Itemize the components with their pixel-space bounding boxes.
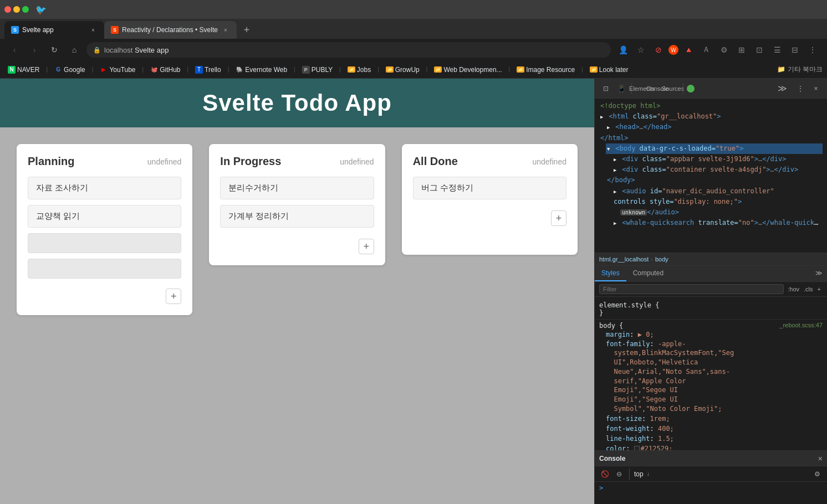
tree-appbar-div[interactable]: ▶ <div class="appbar svelte-3j91d6">…</d… <box>612 154 823 164</box>
tab-styles[interactable]: Styles <box>595 266 626 281</box>
more-icon[interactable]: ⋮ <box>805 42 820 58</box>
tab-close-2[interactable]: × <box>221 25 230 34</box>
forward-button[interactable]: › <box>27 42 42 58</box>
tree-body[interactable]: ▼ <body data-gr-c-s-loaded="true"> <box>606 143 823 154</box>
tab-close-1[interactable]: × <box>89 25 98 34</box>
devtools-close-button[interactable]: × <box>809 82 823 95</box>
alldone-add-button[interactable]: + <box>551 210 566 226</box>
tab-favicon-2: S <box>111 26 119 34</box>
inprogress-add-button[interactable]: + <box>359 239 374 254</box>
whatfont-icon[interactable]: Ａ <box>698 42 714 58</box>
tree-html-close[interactable]: </html> <box>599 133 823 143</box>
console-prompt-symbol: > <box>599 484 603 492</box>
tree-body-close[interactable]: </body> <box>606 175 823 186</box>
extensions-icon[interactable]: 🔺 <box>681 42 696 58</box>
google-favicon: G <box>54 66 62 74</box>
tree-audio[interactable]: ▶ <audio id="naver_dic_audio_controller" <box>612 186 823 197</box>
bookmark-naver[interactable]: N NAVER <box>4 65 43 75</box>
tree-head[interactable]: ▶ <head>…</head> <box>606 122 823 132</box>
tree-container-div[interactable]: ▶ <div class="container svelte-a4sgdj">…… <box>612 164 823 175</box>
tree-html-class-attr: class= <box>633 112 657 120</box>
bookmark-webdev[interactable]: 📁 Web Developmen... <box>431 65 505 75</box>
console-close-button[interactable]: × <box>818 454 823 463</box>
profile-icon[interactable]: 👤 <box>615 42 631 58</box>
new-tab-button[interactable]: + <box>239 22 254 38</box>
image-label: Image Resource <box>526 66 575 74</box>
console-prompt[interactable]: > <box>599 484 823 492</box>
sep-11: | <box>581 66 583 73</box>
bookmark-looklater[interactable]: 📁 Look later <box>586 65 632 75</box>
bookmark-publy[interactable]: P PUBLY <box>299 65 336 75</box>
tab-reactivity[interactable]: S Reactivity / Declarations • Svelte × <box>104 21 237 39</box>
bookmark-growup[interactable]: 📁 GrowUp <box>382 65 423 75</box>
task-placeholder <box>28 233 181 253</box>
tree-unknown[interactable]: unknown</audio> <box>619 207 823 218</box>
hov-filter-button[interactable]: :hov <box>786 285 801 293</box>
other-bookmarks[interactable]: 📁 기타 북마크 <box>777 65 823 74</box>
tree-audio-cont[interactable]: controls style="display: none;"> <box>612 197 823 207</box>
tree-doctype[interactable]: <!doctype html> <box>599 101 823 111</box>
cast-icon[interactable]: ⊡ <box>752 42 767 58</box>
home-button[interactable]: ⌂ <box>67 42 82 58</box>
evernote-label: Evernote Web <box>245 66 287 74</box>
main-area: Svelte Todo App Planning undefined 자료 조사… <box>0 79 827 504</box>
split-icon[interactable]: ⊟ <box>787 42 803 58</box>
console-settings-button[interactable]: ⚙ <box>811 469 823 480</box>
bookmark-evernote[interactable]: 🐘 Evernote Web <box>232 65 290 75</box>
settings-icon[interactable]: ⚙ <box>716 42 732 58</box>
breadcrumb-body[interactable]: body <box>655 256 668 263</box>
whale-icon[interactable]: W <box>668 45 678 55</box>
console-context-label: top <box>634 470 644 478</box>
breadcrumb-html[interactable]: html.gr__localhost <box>599 256 649 263</box>
webdev-label: Web Developmen... <box>443 66 502 74</box>
bookmark-trello[interactable]: T Trello <box>192 65 224 75</box>
alldone-header: All Done undefined <box>413 155 566 168</box>
tab-title-2: Reactivity / Declarations • Svelte <box>122 26 218 34</box>
filter-input[interactable] <box>599 284 784 294</box>
bookmark-youtube[interactable]: ▶ YouTube <box>96 65 139 75</box>
device-toggle-button[interactable]: 📱 <box>615 82 628 95</box>
youtube-favicon: ▶ <box>100 66 108 74</box>
star-icon[interactable]: ☆ <box>633 42 649 58</box>
address-bar[interactable]: 🔒 localhost Svelte app <box>86 42 611 58</box>
tree-doctype-text: <!doctype html> <box>600 102 660 110</box>
adblocker-icon[interactable]: ⊘ <box>651 42 666 58</box>
bookmark-github[interactable]: 🐙 GitHub <box>147 65 183 75</box>
address-text: localhost Svelte app <box>104 46 604 54</box>
cls-filter-button[interactable]: .cls <box>802 285 815 293</box>
console-title: Console <box>599 455 814 462</box>
browser-logo-icon: 🐦 <box>35 4 47 15</box>
console-clear-button[interactable]: 🚫 <box>599 469 610 480</box>
back-button[interactable]: ‹ <box>7 42 22 58</box>
css-rule-body: body { _reboot.scss:47 margin: ▶ 0; font… <box>595 320 827 451</box>
minimize-button[interactable] <box>13 6 20 13</box>
maximize-button[interactable] <box>22 6 29 13</box>
task-item: 가계부 정리하기 <box>220 205 374 228</box>
refresh-button[interactable]: ↻ <box>47 42 62 58</box>
sources-tab-btn[interactable]: Sources <box>666 82 680 95</box>
tab-computed[interactable]: Computed <box>626 266 670 281</box>
apps-icon[interactable]: ⊞ <box>734 42 749 58</box>
close-button[interactable] <box>4 6 11 13</box>
devtools-more-button[interactable]: ≫ <box>778 83 787 94</box>
breadcrumb-sep: › <box>651 256 653 263</box>
inspect-element-button[interactable]: ⊡ <box>599 82 612 95</box>
bookmark-jobs[interactable]: 📁 Jobs <box>344 65 374 75</box>
task-item: 버그 수정하기 <box>413 177 566 199</box>
sep-5: | <box>228 66 229 73</box>
add-style-button[interactable]: + <box>816 285 823 293</box>
tree-whale[interactable]: ▶ <whale-quicksearch translate="no">…</w… <box>612 218 823 228</box>
planning-add-button[interactable]: + <box>166 289 181 304</box>
console-filter-button[interactable]: ⊖ <box>614 469 625 480</box>
console-header: Console × <box>595 451 827 466</box>
sep-2: | <box>92 66 94 73</box>
bookmark-google[interactable]: G Google <box>51 65 89 75</box>
tab-svelte-app[interactable]: S Svelte app × <box>4 21 104 39</box>
tabs-bar: S Svelte app × S Reactivity / Declaratio… <box>0 19 827 39</box>
sidebar-toggle-icon[interactable]: ☰ <box>769 42 785 58</box>
tree-html[interactable]: ▶ <html class="gr__localhost"> <box>599 111 823 122</box>
inprogress-column: In Progress undefined 분리수거하기 가계부 정리하기 + <box>209 144 385 265</box>
devtools-options-button[interactable]: ⋮ <box>794 82 807 95</box>
devtools-tab-more-button[interactable]: ≫ <box>811 266 827 281</box>
bookmark-image[interactable]: 📁 Image Resource <box>513 65 578 75</box>
